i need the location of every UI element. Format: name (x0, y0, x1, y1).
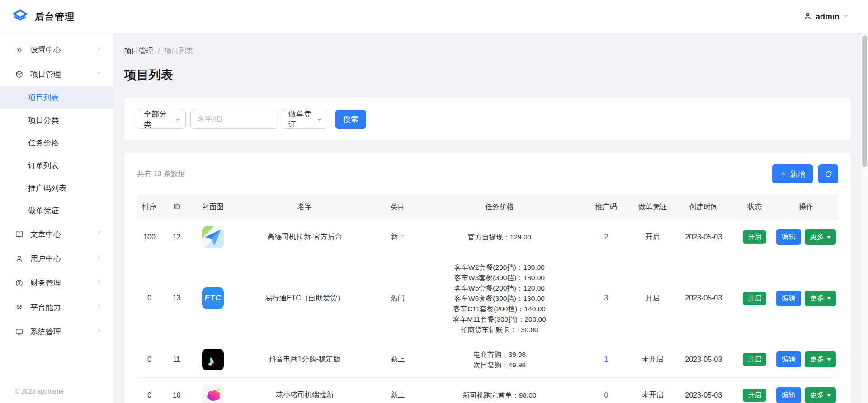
status-badge: 开启 (743, 389, 766, 402)
table-row: 0 13 ETC 易行通ETC（自助发货） 热门 客车W2套餐(200挡)：13… (137, 255, 838, 342)
sidebar-item-project[interactable]: 项目管理 (0, 62, 113, 86)
promo-count-link[interactable]: 2 (604, 233, 608, 241)
add-button[interactable]: 新增 (772, 164, 813, 183)
chevron-right-icon (95, 254, 102, 263)
vertical-scrollbar (861, 34, 868, 403)
sidebar-item-label: 用户中心 (30, 253, 61, 264)
sidebar-item-label: 项目管理 (30, 69, 61, 80)
sidebar-item-label: 财务管理 (30, 278, 61, 288)
huaxiaozhu-pig-icon (202, 384, 224, 403)
sidebar: 设置中心 项目管理 项目列表 项目分类 任务价格 订单列表 推广码列表 做单凭证… (0, 34, 113, 403)
sidebar-item-platform[interactable]: 平台能力 (0, 295, 113, 319)
caret-down-icon (827, 358, 831, 361)
voucher-select[interactable]: 做单凭证 (282, 110, 327, 129)
plus-icon (780, 171, 787, 178)
sidebar-item-project-list[interactable]: 项目列表 (0, 86, 113, 109)
yen-circle-icon (15, 279, 24, 287)
more-button[interactable]: 更多 (805, 229, 836, 245)
sidebar-item-label: 系统管理 (30, 327, 61, 337)
edit-button[interactable]: 编辑 (776, 351, 801, 367)
app-title: 后台管理 (35, 10, 75, 23)
edit-button[interactable]: 编辑 (776, 387, 801, 403)
user-icon (803, 11, 812, 23)
chevron-down-icon (317, 117, 321, 122)
sidebar-item-label: 文章中心 (30, 229, 61, 239)
edit-button[interactable]: 编辑 (776, 229, 801, 245)
refresh-icon (824, 170, 833, 178)
chevron-right-icon (95, 278, 102, 287)
etc-logo-icon: ETC (202, 287, 224, 309)
total-count-text: 共有 13 条数据 (137, 169, 185, 179)
cube-icon (15, 70, 24, 79)
sidebar-item-order-list[interactable]: 订单列表 (0, 154, 113, 177)
sidebar-item-label: 设置中心 (30, 45, 61, 55)
chevron-right-icon (95, 303, 102, 312)
breadcrumb-separator: / (158, 47, 160, 56)
monitor-icon (15, 328, 24, 336)
sidebar-item-system[interactable]: 系统管理 (0, 319, 113, 344)
app-logo-icon (12, 9, 28, 25)
sidebar-item-article[interactable]: 文章中心 (0, 222, 113, 246)
sidebar-item-promo-code-list[interactable]: 推广码列表 (0, 177, 113, 199)
copyright: © 2023 appname (15, 388, 64, 395)
person-icon (15, 254, 24, 263)
gear-icon (15, 46, 24, 54)
sidebar-item-project-category[interactable]: 项目分类 (0, 109, 113, 131)
caret-down-icon (827, 236, 831, 239)
brand: 后台管理 (12, 9, 75, 25)
sidebar-item-settings[interactable]: 设置中心 (0, 37, 113, 62)
refresh-button[interactable] (818, 164, 838, 183)
layers-icon (15, 303, 24, 312)
table-row: 0 10 (137, 377, 838, 403)
user-menu[interactable]: admin (803, 11, 849, 23)
main-content: 项目管理 / 项目列表 项目列表 全部分类 做单凭证 搜索 共有 13 条数据 (113, 34, 868, 403)
sidebar-item-voucher[interactable]: 做单凭证 (0, 199, 113, 222)
chevron-right-icon (95, 45, 102, 54)
username: admin (816, 12, 840, 22)
page-title: 项目列表 (124, 67, 851, 83)
sidebar-item-task-price[interactable]: 任务价格 (0, 131, 113, 154)
search-name-input[interactable] (190, 110, 277, 129)
sidebar-item-user-center[interactable]: 用户中心 (0, 246, 113, 271)
top-bar: 后台管理 admin (0, 0, 868, 34)
table-card: 共有 13 条数据 新增 (124, 153, 851, 403)
chevron-down-icon (843, 13, 849, 21)
sidebar-item-label: 平台能力 (30, 302, 61, 313)
gaode-paper-plane-icon (202, 226, 224, 248)
more-button[interactable]: 更多 (805, 387, 836, 403)
status-badge: 开启 (743, 230, 766, 244)
chevron-down-icon (175, 117, 180, 122)
caret-down-icon (827, 297, 831, 300)
chevron-right-icon (95, 327, 102, 336)
edit-button[interactable]: 编辑 (776, 291, 801, 306)
more-button[interactable]: 更多 (805, 351, 836, 367)
category-select[interactable]: 全部分类 (137, 110, 186, 129)
douyin-note-icon: ♪ ♪ ♪ (202, 349, 224, 370)
breadcrumb: 项目管理 / 项目列表 (124, 47, 851, 56)
search-button[interactable]: 搜索 (335, 110, 366, 129)
table-row: 100 12 高德司机拉新-官方后台 新上 官方 (137, 219, 838, 255)
status-badge: 开启 (743, 353, 766, 366)
book-icon (15, 230, 24, 239)
sidebar-item-finance[interactable]: 财务管理 (0, 271, 113, 295)
breadcrumb-parent[interactable]: 项目管理 (124, 47, 153, 56)
more-button[interactable]: 更多 (805, 291, 836, 306)
status-badge: 开启 (743, 292, 766, 305)
filter-bar: 全部分类 做单凭证 搜索 (124, 98, 851, 140)
scrollbar-thumb[interactable] (862, 36, 867, 167)
promo-count-link[interactable]: 3 (604, 294, 608, 302)
breadcrumb-current: 项目列表 (164, 47, 193, 56)
table-row: 0 11 ♪ ♪ ♪ 抖音电商1分购-稳定版 (137, 342, 838, 377)
promo-count-link[interactable]: 1 (604, 356, 608, 363)
chevron-down-icon (95, 70, 102, 79)
table-header-row: 排序 ID 封面图 名字 类目 任务价格 推广码 做单凭证 创建时间 状态 操作 (137, 195, 838, 219)
caret-down-icon (827, 394, 831, 397)
projects-table: 排序 ID 封面图 名字 类目 任务价格 推广码 做单凭证 创建时间 状态 操作 (137, 195, 838, 403)
chevron-right-icon (95, 230, 102, 239)
promo-count-link[interactable]: 0 (604, 391, 608, 399)
svg-text:♪: ♪ (208, 353, 214, 368)
